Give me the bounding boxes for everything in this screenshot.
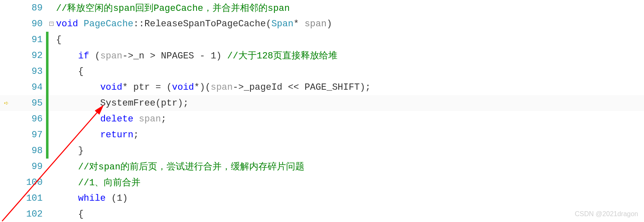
breakpoint-margin[interactable]: ➪ [0,98,13,108]
token-ident-gray: span [139,114,161,124]
token-punct: { [56,66,84,77]
gutter[interactable]: 93 [0,66,46,77]
breakpoint-margin[interactable] [0,209,13,219]
token-punct: ->_n > NPAGES - 1) [122,51,227,61]
token-punct: ; [133,130,139,140]
token-comment: //释放空闲的span回到PageCache，并合并相邻的span [56,3,290,14]
gutter[interactable]: 89 [0,3,46,13]
gutter[interactable]: 91 [0,35,46,45]
fold-gutter[interactable] [49,206,54,222]
code-content[interactable]: delete span; [54,114,166,124]
fold-gutter[interactable] [49,111,54,127]
breakpoint-margin[interactable] [0,193,13,204]
fold-gutter[interactable]: − [49,16,54,32]
fold-gutter[interactable] [49,0,54,16]
breakpoint-margin[interactable] [0,161,13,172]
token-punct [56,130,100,140]
code-content[interactable]: while (1) [54,193,128,204]
code-line[interactable]: 96 delete span; [0,111,644,127]
fold-gutter[interactable] [49,159,54,174]
code-content[interactable]: { [54,35,61,45]
code-content[interactable]: //释放空闲的span回到PageCache，并合并相邻的span [54,2,290,14]
fold-gutter[interactable] [49,143,54,159]
token-punct: ; [161,114,166,124]
breakpoint-margin[interactable] [0,19,13,29]
gutter[interactable]: 99 [0,161,46,172]
token-punct: * [294,19,304,29]
token-punct: { [56,209,84,219]
gutter[interactable]: 102 [0,209,46,219]
code-content[interactable]: void PageCache::ReleaseSpanToPageCache(S… [54,19,332,29]
code-line[interactable]: 97 return; [0,127,644,143]
code-content[interactable]: return; [54,130,139,140]
line-number: 99 [32,161,43,172]
breakpoint-margin[interactable] [0,50,13,61]
code-line[interactable]: 92 if (span->_n > NPAGES - 1) //大于128页直接… [0,48,644,63]
code-editor[interactable]: 89//释放空闲的span回到PageCache，并合并相邻的span90−vo… [0,0,644,222]
fold-gutter[interactable] [49,63,54,79]
gutter[interactable]: 97 [0,130,46,140]
code-content[interactable]: { [54,209,84,219]
fold-gutter[interactable] [49,95,54,111]
code-line[interactable]: 89//释放空闲的span回到PageCache，并合并相邻的span [0,0,644,16]
line-number: 93 [32,66,43,77]
code-line[interactable]: 98 } [0,143,644,159]
code-content[interactable]: SystemFree(ptr); [54,98,189,108]
breakpoint-margin[interactable] [0,82,13,93]
line-number: 92 [32,50,43,61]
breakpoint-margin[interactable] [0,146,13,156]
code-line[interactable]: 101 while (1) [0,190,644,206]
gutter[interactable]: ➪95 [0,98,46,108]
token-type: PageCache [84,19,133,29]
code-line[interactable]: 94 void* ptr = (void*)(span->_pageId << … [0,79,644,95]
gutter[interactable]: 92 [0,50,46,61]
token-ident-gray: span [211,82,233,93]
token-punct [56,82,100,93]
code-line[interactable]: ➪95 SystemFree(ptr); [0,95,644,111]
token-punct: SystemFree(ptr); [56,98,189,108]
code-content[interactable]: { [54,66,84,77]
code-line[interactable]: 93 { [0,63,644,79]
fold-gutter[interactable] [49,127,54,143]
code-content[interactable]: //对span的前后页，尝试进行合并，缓解内存碎片问题 [54,160,304,173]
breakpoint-margin[interactable] [0,177,13,188]
breakpoint-margin[interactable] [0,3,13,13]
code-line[interactable]: 102 { [0,206,644,222]
code-content[interactable]: //1、向前合并 [54,176,141,189]
fold-gutter[interactable] [49,174,54,190]
code-content[interactable]: } [54,146,84,156]
breakpoint-margin[interactable] [0,130,13,140]
execution-pointer-icon: ➪ [4,98,9,108]
gutter[interactable]: 94 [0,82,46,93]
token-keyword: void [56,19,78,29]
token-punct: (1) [106,193,128,204]
code-content[interactable]: if (span->_n > NPAGES - 1) //大于128页直接释放给… [54,49,337,62]
collapse-icon[interactable]: − [49,22,54,26]
breakpoint-margin[interactable] [0,114,13,124]
token-comment: //大于128页直接释放给堆 [227,51,337,61]
fold-gutter[interactable] [49,190,54,206]
code-line[interactable]: 91{ [0,32,644,48]
code-line[interactable]: 90−void PageCache::ReleaseSpanToPageCach… [0,16,644,32]
code-content[interactable]: void* ptr = (void*)(span->_pageId << PAG… [54,82,371,93]
line-number: 98 [32,146,43,156]
code-line[interactable]: 100 //1、向前合并 [0,174,644,190]
token-ident-gray: span [100,51,123,61]
token-keyword: delete [100,114,133,124]
gutter[interactable]: 96 [0,114,46,124]
gutter[interactable]: 90 [0,19,46,29]
code-line[interactable]: 99 //对span的前后页，尝试进行合并，缓解内存碎片问题 [0,159,644,174]
fold-gutter[interactable] [49,48,54,63]
token-comment: //1、向前合并 [78,178,141,188]
gutter[interactable]: 100 [0,177,46,188]
gutter[interactable]: 101 [0,193,46,204]
token-type: Span [271,19,294,29]
token-punct: ( [89,51,100,61]
fold-gutter[interactable] [49,79,54,95]
token-punct: ::ReleaseSpanToPageCache( [133,19,271,29]
breakpoint-margin[interactable] [0,66,13,77]
gutter[interactable]: 98 [0,146,46,156]
breakpoint-margin[interactable] [0,35,13,45]
token-comment: //对span的前后页，尝试进行合并，缓解内存碎片问题 [78,162,304,172]
fold-gutter[interactable] [49,32,54,48]
